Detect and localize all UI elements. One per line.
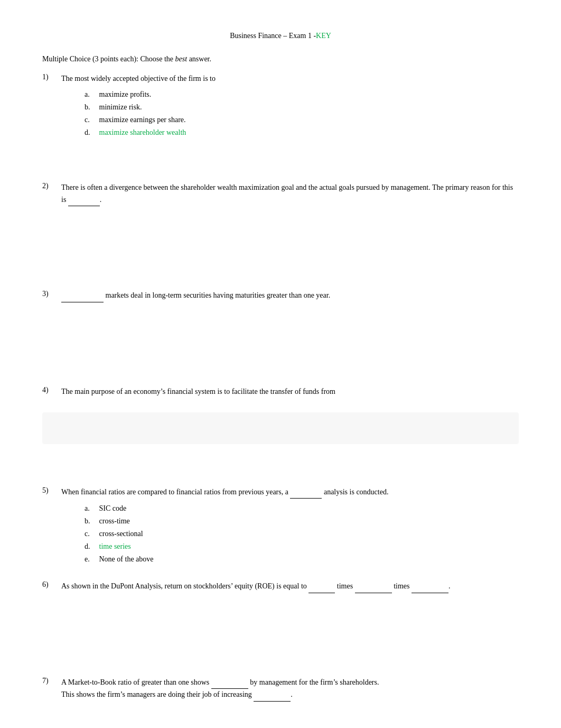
- question-6-num: 6): [42, 580, 61, 589]
- question-5-text: 5) When financial ratios are compared to…: [42, 486, 519, 499]
- question-5-num: 5): [42, 486, 61, 495]
- answer-key-1d: maximize shareholder wealth: [99, 128, 186, 136]
- choice-5c: c. cross-sectional: [85, 528, 519, 539]
- question-7-num: 7): [42, 677, 61, 685]
- question-4-num: 4): [42, 386, 61, 394]
- question-1-num: 1): [42, 73, 61, 81]
- questions-list: 1) The most widely accepted objective of…: [42, 73, 519, 702]
- question-1-body: The most widely accepted objective of th…: [61, 73, 519, 85]
- question-5-body: When financial ratios are compared to fi…: [61, 486, 519, 499]
- question-6-body: As shown in the DuPont Analysis, return …: [61, 580, 519, 593]
- choice-label: d.: [85, 127, 97, 138]
- question-7: 7) A Market-to-Book ratio of greater tha…: [42, 677, 519, 702]
- choice-1d: d. maximize shareholder wealth: [85, 127, 519, 138]
- question-2: 2) There is often a divergence between t…: [42, 182, 519, 274]
- blank-5: [290, 486, 322, 499]
- blank-7b: [254, 689, 291, 701]
- blank-6a: [308, 580, 335, 593]
- choice-label: d.: [85, 541, 97, 552]
- choice-label: c.: [85, 528, 97, 539]
- choice-5d: d. time series: [85, 541, 519, 552]
- choice-label: b.: [85, 515, 97, 527]
- instructions-end: answer.: [187, 55, 211, 63]
- answer-key-5d: time series: [99, 542, 131, 550]
- question-6: 6) As shown in the DuPont Analysis, retu…: [42, 580, 519, 660]
- instructions-start: Multiple Choice (3 points each): Choose …: [42, 55, 175, 63]
- question-5-choices: a. SIC code b. cross-time c. cross-secti…: [85, 503, 519, 565]
- question-7-text: 7) A Market-to-Book ratio of greater tha…: [42, 677, 519, 702]
- choice-label: e.: [85, 554, 97, 565]
- question-4: 4) The main purpose of an economy’s fina…: [42, 386, 519, 471]
- question-3-text: 3) markets deal in long-term securities …: [42, 290, 519, 302]
- blank-3: [61, 290, 104, 302]
- instructions: Multiple Choice (3 points each): Choose …: [42, 55, 519, 63]
- question-1-choices: a. maximize profits. b. minimize risk. c…: [85, 89, 519, 138]
- choice-5e: e. None of the above: [85, 554, 519, 565]
- choice-5a: a. SIC code: [85, 503, 519, 514]
- question-5: 5) When financial ratios are compared to…: [42, 486, 519, 565]
- question-4-body: The main purpose of an economy’s financi…: [61, 386, 519, 398]
- choice-label: b.: [85, 102, 97, 113]
- best-word: best: [175, 55, 188, 63]
- choice-1a: a. maximize profits.: [85, 89, 519, 100]
- choice-1c: c. maximize earnings per share.: [85, 114, 519, 125]
- question-2-num: 2): [42, 182, 61, 190]
- blank-6c: [412, 580, 448, 593]
- watermark-area-4: [42, 412, 519, 444]
- question-2-body: There is often a divergence between the …: [61, 182, 519, 206]
- key-label: KEY: [316, 32, 331, 40]
- blank-6b: [355, 580, 392, 593]
- question-7-body: A Market-to-Book ratio of greater than o…: [61, 677, 519, 702]
- choice-5b: b. cross-time: [85, 515, 519, 527]
- question-4-text: 4) The main purpose of an economy’s fina…: [42, 386, 519, 398]
- choice-1b: b. minimize risk.: [85, 102, 519, 113]
- page-title: Business Finance – Exam 1 -KEY: [42, 32, 519, 40]
- blank-7a: [211, 677, 248, 689]
- choice-label: c.: [85, 114, 97, 125]
- question-6-text: 6) As shown in the DuPont Analysis, retu…: [42, 580, 519, 593]
- question-1-text: 1) The most widely accepted objective of…: [42, 73, 519, 85]
- question-1: 1) The most widely accepted objective of…: [42, 73, 519, 166]
- choice-label: a.: [85, 89, 97, 100]
- question-2-text: 2) There is often a divergence between t…: [42, 182, 519, 206]
- choice-label: a.: [85, 503, 97, 514]
- blank-2: [68, 194, 100, 206]
- question-3: 3) markets deal in long-term securities …: [42, 290, 519, 370]
- title-text: Business Finance – Exam 1 -: [230, 32, 316, 40]
- question-3-num: 3): [42, 290, 61, 298]
- question-3-body: markets deal in long-term securities hav…: [61, 290, 519, 302]
